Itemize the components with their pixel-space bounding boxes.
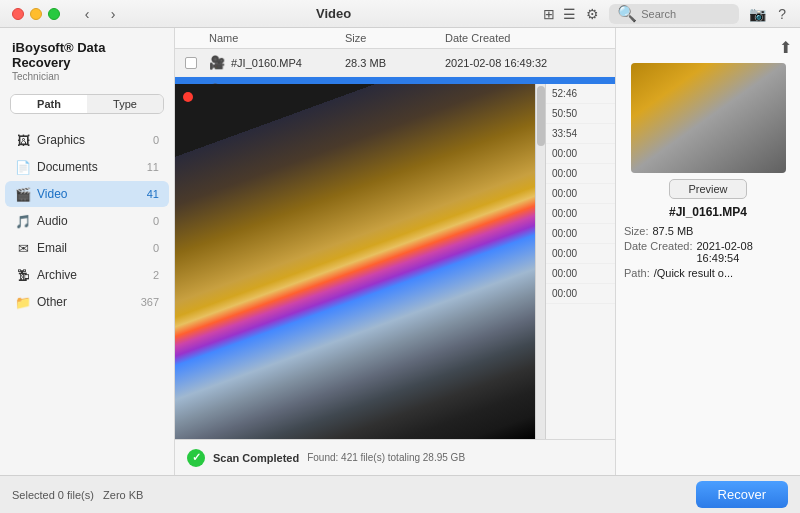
file-list-area: Name Size Date Created 🎥 #JI_0160.MP4 28…: [175, 28, 615, 439]
preview-meta-path: Path: /Quick result o...: [624, 267, 792, 279]
time-item[interactable]: 00:00: [546, 224, 615, 244]
laptop-photo: [175, 84, 535, 439]
other-icon: 📁: [15, 294, 31, 310]
scan-detail: Found: 421 file(s) totaling 28.95 GB: [307, 452, 465, 463]
time-item[interactable]: 50:50: [546, 104, 615, 124]
maximize-button[interactable]: [48, 8, 60, 20]
tab-path[interactable]: Path: [11, 95, 87, 113]
time-item[interactable]: 00:00: [546, 284, 615, 304]
date-value: 2021-02-08 16:49:54: [696, 240, 792, 264]
help-icon[interactable]: ?: [776, 4, 788, 24]
search-input[interactable]: [641, 8, 731, 20]
titlebar: ‹ › Video ⊞ ☰ ⚙ 🔍 📷 ?: [0, 0, 800, 28]
minimize-button[interactable]: [30, 8, 42, 20]
sidebar-item-graphics[interactable]: 🖼 Graphics 0: [5, 127, 169, 153]
time-item[interactable]: 52:46: [546, 84, 615, 104]
preview-panel: ⬆ Preview #JI_0161.MP4 Size: 87.5 MB Dat…: [615, 28, 800, 475]
graphics-icon: 🖼: [15, 132, 31, 148]
sidebar-item-other[interactable]: 📁 Other 367: [5, 289, 169, 315]
preview-meta: Size: 87.5 MB Date Created: 2021-02-08 1…: [624, 225, 792, 279]
content-area: Name Size Date Created 🎥 #JI_0160.MP4 28…: [175, 28, 615, 475]
archive-icon: 🗜: [15, 267, 31, 283]
thumbnail-image: [631, 63, 786, 173]
video-scrollbar[interactable]: [535, 84, 545, 439]
grid-view-button[interactable]: ⊞: [543, 6, 555, 22]
sidebar-tabs: Path Type: [10, 94, 164, 114]
scrollbar-thumb[interactable]: [537, 86, 545, 146]
preview-button[interactable]: Preview: [669, 179, 746, 199]
titlebar-nav: ‹ ›: [76, 5, 124, 23]
back-button[interactable]: ‹: [76, 5, 98, 23]
scan-bar: ✓ Scan Completed Found: 421 file(s) tota…: [175, 439, 615, 475]
documents-icon: 📄: [15, 159, 31, 175]
titlebar-title: Video: [132, 6, 535, 21]
date-label: Date Created:: [624, 240, 692, 264]
preview-meta-date: Date Created: 2021-02-08 16:49:54: [624, 240, 792, 264]
forward-button[interactable]: ›: [102, 5, 124, 23]
row1-date: 2021-02-08 16:49:32: [445, 57, 605, 69]
time-item[interactable]: 00:00: [546, 244, 615, 264]
sidebar-item-documents[interactable]: 📄 Documents 11: [5, 154, 169, 180]
scan-status: Scan Completed: [213, 452, 299, 464]
row1-name: 🎥 #JI_0160.MP4: [209, 55, 345, 70]
selected-count: Selected 0 file(s) Zero KB: [12, 489, 143, 501]
time-item[interactable]: 00:00: [546, 144, 615, 164]
table-row[interactable]: 🎥 #JI_0160.MP4 28.3 MB 2021-02-08 16:49:…: [175, 49, 615, 77]
col-name-header: Name: [209, 32, 345, 44]
save-icon[interactable]: ⬆: [779, 38, 792, 57]
search-box[interactable]: 🔍: [609, 4, 739, 24]
nav-label-graphics: Graphics: [37, 133, 147, 147]
nav-label-video: Video: [37, 187, 141, 201]
record-indicator: [183, 92, 193, 102]
size-label: Size:: [624, 225, 648, 237]
row1-check[interactable]: [185, 57, 209, 69]
email-icon: ✉: [15, 240, 31, 256]
time-item[interactable]: 33:54: [546, 124, 615, 144]
video-preview-area: 52:46 50:50 33:54 00:00 00:00 00:00 00:0…: [175, 84, 615, 439]
nav-label-other: Other: [37, 295, 135, 309]
video-content: [175, 84, 535, 439]
preview-thumbnail: [631, 63, 786, 173]
sidebar-item-video[interactable]: 🎬 Video 41: [5, 181, 169, 207]
nav-label-audio: Audio: [37, 214, 147, 228]
list-view-button[interactable]: ☰: [563, 6, 576, 22]
tab-type[interactable]: Type: [87, 95, 163, 113]
nav-count-graphics: 0: [153, 134, 159, 146]
footer: Selected 0 file(s) Zero KB Recover: [0, 475, 800, 513]
size-value: 87.5 MB: [652, 225, 693, 237]
sidebar: iBoysoft® Data Recovery Technician Path …: [0, 28, 175, 475]
video-file-icon: 🎥: [209, 55, 225, 70]
recover-button[interactable]: Recover: [696, 481, 788, 508]
col-date-header: Date Created: [445, 32, 605, 44]
time-item[interactable]: 00:00: [546, 164, 615, 184]
nav-count-archive: 2: [153, 269, 159, 281]
nav-count-other: 367: [141, 296, 159, 308]
traffic-lights: [12, 8, 60, 20]
audio-icon: 🎵: [15, 213, 31, 229]
nav-count-audio: 0: [153, 215, 159, 227]
time-item[interactable]: 00:00: [546, 204, 615, 224]
path-label: Path:: [624, 267, 650, 279]
search-icon: 🔍: [617, 4, 637, 23]
nav-count-documents: 11: [147, 161, 159, 173]
main-container: iBoysoft® Data Recovery Technician Path …: [0, 28, 800, 475]
sidebar-item-email[interactable]: ✉ Email 0: [5, 235, 169, 261]
nav-label-email: Email: [37, 241, 147, 255]
time-item[interactable]: 00:00: [546, 264, 615, 284]
close-button[interactable]: [12, 8, 24, 20]
sidebar-item-audio[interactable]: 🎵 Audio 0: [5, 208, 169, 234]
video-time-list: 52:46 50:50 33:54 00:00 00:00 00:00 00:0…: [545, 84, 615, 439]
video-player[interactable]: [175, 84, 535, 439]
camera-icon[interactable]: 📷: [747, 4, 768, 24]
nav-count-email: 0: [153, 242, 159, 254]
sidebar-nav: 🖼 Graphics 0 📄 Documents 11 🎬 Video 41 🎵…: [0, 122, 174, 475]
nav-label-archive: Archive: [37, 268, 147, 282]
video-icon: 🎬: [15, 186, 31, 202]
scan-success-icon: ✓: [187, 449, 205, 467]
file-list-header: Name Size Date Created: [175, 28, 615, 49]
settings-icon[interactable]: ⚙: [584, 4, 601, 24]
app-title: iBoysoft® Data Recovery: [12, 40, 162, 70]
sidebar-item-archive[interactable]: 🗜 Archive 2: [5, 262, 169, 288]
nav-label-documents: Documents: [37, 160, 141, 174]
time-item[interactable]: 00:00: [546, 184, 615, 204]
